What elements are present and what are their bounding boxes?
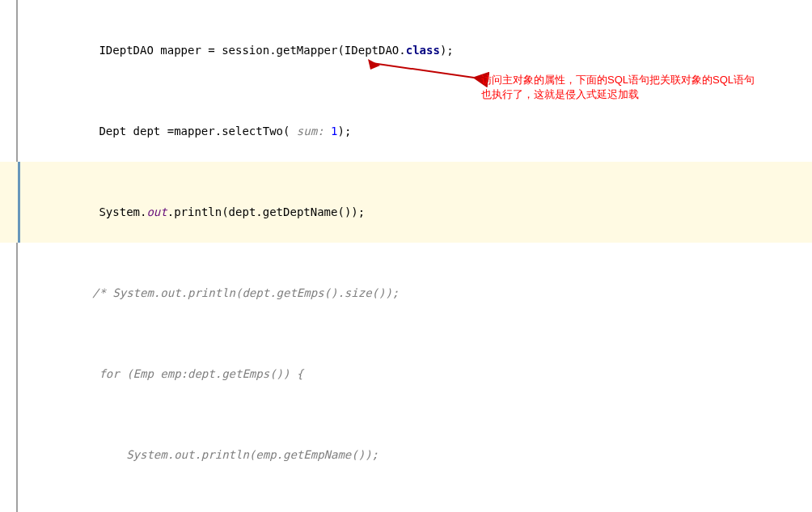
comment-text: for (Emp emp:dept.getEmps()) { [72,367,304,380]
code-text: IDeptDAO mapper = session.getMapper(IDep… [72,44,406,57]
code-editor[interactable]: IDeptDAO mapper = session.getMapper(IDep… [0,0,812,512]
code-line-7[interactable]: }*/ [0,485,812,512]
code-text: .println(dept.getDeptName()); [167,205,365,218]
code-text: ); [337,125,351,138]
code-line-4[interactable]: /* System.out.println(dept.getEmps().siz… [0,243,812,324]
code-text: ); [440,44,454,57]
annotation-text: 访问主对象的属性，下面的SQL语句把关联对象的SQL语句 也执行了，这就是侵入式… [481,73,755,102]
param-hint: sum: [290,125,331,138]
code-line-3-current[interactable]: System.out.println(dept.getDeptName()); [0,162,812,243]
code-line-5[interactable]: for (Emp emp:dept.getEmps()) { [0,324,812,404]
class-keyword: class [406,44,440,57]
comment-text: System.out.println(emp.getEmpName()); [72,448,379,461]
annotation-line-2: 也执行了，这就是侵入式延迟加载 [481,87,755,102]
code-line-6[interactable]: System.out.println(emp.getEmpName()); [0,404,812,485]
code-text: Dept dept =mapper.selectTwo( [72,125,290,138]
code-line-1[interactable]: IDeptDAO mapper = session.getMapper(IDep… [0,0,812,81]
comment-text: /* System.out.println(dept.getEmps().siz… [72,286,400,299]
annotation-line-1: 访问主对象的属性，下面的SQL语句把关联对象的SQL语句 [481,73,755,87]
code-text: System. [72,205,147,218]
field-out: out [146,205,167,218]
